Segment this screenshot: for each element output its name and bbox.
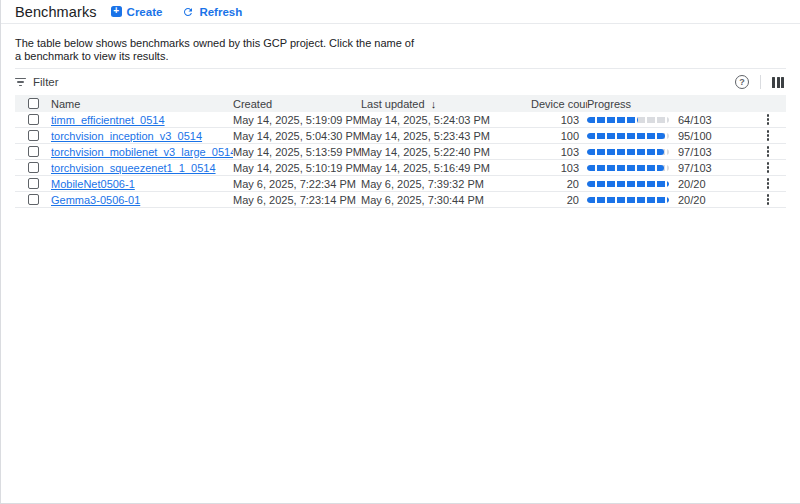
progress-cell: 95/100 bbox=[587, 130, 750, 142]
create-button[interactable]: + Create bbox=[107, 4, 167, 20]
row-checkbox[interactable] bbox=[28, 194, 39, 205]
create-button-label: Create bbox=[127, 6, 163, 18]
progress-bar bbox=[587, 149, 669, 155]
column-header-progress[interactable]: Progress bbox=[587, 98, 750, 110]
progress-bar bbox=[587, 197, 669, 203]
benchmark-name-link[interactable]: timm_efficientnet_0514 bbox=[51, 114, 165, 126]
refresh-button[interactable]: Refresh bbox=[178, 4, 246, 20]
row-actions-menu-icon[interactable] bbox=[763, 128, 774, 143]
table-row: timm_efficientnet_0514 May 14, 2025, 5:1… bbox=[15, 112, 786, 128]
column-header-last-updated[interactable]: Last updated↓ bbox=[361, 98, 531, 110]
filter-icon bbox=[14, 78, 26, 87]
row-actions-menu-icon[interactable] bbox=[763, 144, 774, 159]
device-count-cell: 103 bbox=[531, 114, 587, 126]
progress-bar bbox=[587, 181, 669, 187]
filter-button[interactable]: Filter bbox=[14, 76, 59, 88]
device-count-cell: 100 bbox=[531, 130, 587, 142]
filter-label: Filter bbox=[33, 76, 59, 88]
table-row: Gemma3-0506-01 May 6, 2025, 7:23:14 PM M… bbox=[15, 192, 786, 208]
table-row: MobileNet0506-1 May 6, 2025, 7:22:34 PM … bbox=[15, 176, 786, 192]
last-updated-cell: May 14, 2025, 5:22:40 PM bbox=[361, 146, 531, 158]
row-actions-menu-icon[interactable] bbox=[763, 160, 774, 175]
refresh-button-label: Refresh bbox=[199, 6, 242, 18]
help-icon[interactable]: ? bbox=[735, 75, 749, 89]
device-count-cell: 20 bbox=[531, 178, 587, 190]
description-line-2: a benchmark to view its results. bbox=[15, 50, 786, 63]
created-cell: May 6, 2025, 7:22:34 PM bbox=[233, 178, 361, 190]
device-count-cell: 103 bbox=[531, 162, 587, 174]
row-checkbox[interactable] bbox=[28, 146, 39, 157]
toolbar-divider bbox=[760, 75, 761, 89]
refresh-icon bbox=[182, 6, 194, 18]
progress-label: 95/100 bbox=[678, 130, 712, 142]
toolbar-right-group: ? bbox=[735, 75, 784, 89]
device-count-cell: 20 bbox=[531, 194, 587, 206]
title-bar: Benchmarks + Create Refresh bbox=[1, 0, 800, 24]
row-checkbox[interactable] bbox=[28, 130, 39, 141]
select-all-checkbox[interactable] bbox=[28, 98, 39, 109]
row-checkbox[interactable] bbox=[28, 178, 39, 189]
table-body: timm_efficientnet_0514 May 14, 2025, 5:1… bbox=[15, 112, 786, 208]
created-cell: May 14, 2025, 5:04:30 PM bbox=[233, 130, 361, 142]
table-header-row: Name Created Last updated↓ Device count … bbox=[15, 95, 786, 112]
progress-cell: 64/103 bbox=[587, 114, 750, 126]
progress-bar-fill bbox=[587, 197, 669, 203]
last-updated-cell: May 14, 2025, 5:24:03 PM bbox=[361, 114, 531, 126]
benchmark-name-link[interactable]: torchvision_squeezenet1_1_0514 bbox=[51, 162, 216, 174]
created-cell: May 14, 2025, 5:10:19 PM bbox=[233, 162, 361, 174]
progress-bar-fill bbox=[587, 149, 664, 155]
progress-bar bbox=[587, 133, 669, 139]
progress-bar bbox=[587, 117, 669, 123]
created-cell: May 14, 2025, 5:13:59 PM bbox=[233, 146, 361, 158]
last-updated-cell: May 14, 2025, 5:23:43 PM bbox=[361, 130, 531, 142]
row-actions-menu-icon[interactable] bbox=[763, 176, 774, 191]
column-display-options-icon[interactable] bbox=[772, 77, 784, 88]
table-row: torchvision_mobilenet_v3_large_0514 May … bbox=[15, 144, 786, 160]
benchmark-name-link[interactable]: Gemma3-0506-01 bbox=[51, 194, 140, 206]
table-row: torchvision_inception_v3_0514 May 14, 20… bbox=[15, 128, 786, 144]
progress-bar-fill bbox=[587, 165, 664, 171]
benchmarks-table: Name Created Last updated↓ Device count … bbox=[15, 95, 786, 208]
progress-label: 20/20 bbox=[678, 194, 706, 206]
benchmark-name-link[interactable]: torchvision_mobilenet_v3_large_0514 bbox=[51, 146, 233, 158]
description-line-1: The table below shows benchmarks owned b… bbox=[15, 37, 786, 50]
progress-cell: 97/103 bbox=[587, 162, 750, 174]
progress-label: 64/103 bbox=[678, 114, 712, 126]
row-checkbox[interactable] bbox=[28, 162, 39, 173]
table-toolbar: Filter ? bbox=[1, 69, 800, 95]
page-description: The table below shows benchmarks owned b… bbox=[1, 24, 800, 63]
progress-bar-fill bbox=[587, 117, 638, 123]
created-cell: May 6, 2025, 7:23:14 PM bbox=[233, 194, 361, 206]
table-row: torchvision_squeezenet1_1_0514 May 14, 2… bbox=[15, 160, 786, 176]
sort-descending-icon: ↓ bbox=[431, 98, 437, 110]
created-cell: May 14, 2025, 5:19:09 PM bbox=[233, 114, 361, 126]
progress-label: 97/103 bbox=[678, 146, 712, 158]
row-actions-menu-icon[interactable] bbox=[763, 192, 774, 207]
benchmark-name-link[interactable]: MobileNet0506-1 bbox=[51, 178, 135, 190]
column-header-name[interactable]: Name bbox=[51, 98, 233, 110]
progress-cell: 20/20 bbox=[587, 194, 750, 206]
progress-cell: 20/20 bbox=[587, 178, 750, 190]
last-updated-cell: May 6, 2025, 7:39:32 PM bbox=[361, 178, 531, 190]
progress-bar-fill bbox=[587, 181, 669, 187]
last-updated-cell: May 6, 2025, 7:30:44 PM bbox=[361, 194, 531, 206]
row-checkbox[interactable] bbox=[28, 114, 39, 125]
progress-bar bbox=[587, 165, 669, 171]
device-count-cell: 103 bbox=[531, 146, 587, 158]
progress-label: 20/20 bbox=[678, 178, 706, 190]
progress-cell: 97/103 bbox=[587, 146, 750, 158]
progress-bar-fill bbox=[587, 133, 665, 139]
benchmark-name-link[interactable]: torchvision_inception_v3_0514 bbox=[51, 130, 202, 142]
progress-label: 97/103 bbox=[678, 162, 712, 174]
page-title: Benchmarks bbox=[15, 4, 97, 20]
plus-icon: + bbox=[111, 6, 122, 17]
column-header-created[interactable]: Created bbox=[233, 98, 361, 110]
column-header-device-count[interactable]: Device count bbox=[531, 98, 587, 110]
last-updated-cell: May 14, 2025, 5:16:49 PM bbox=[361, 162, 531, 174]
row-actions-menu-icon[interactable] bbox=[763, 112, 774, 127]
